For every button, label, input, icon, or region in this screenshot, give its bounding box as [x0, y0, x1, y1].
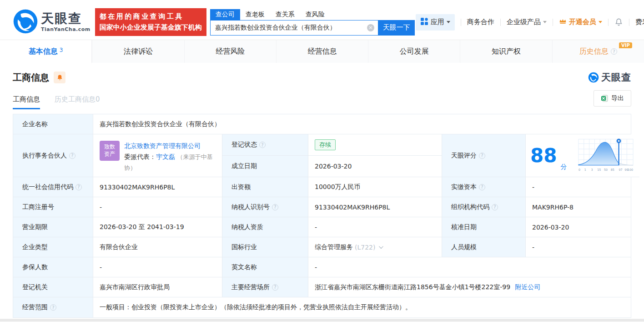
- help-icon[interactable]: [611, 48, 617, 55]
- site-header: 天眼查 TianYanCha.com 都在用的商业查询工具 国家中小企业发展子基…: [0, 0, 644, 40]
- org-code-value: MAK9RH6P-8: [526, 197, 631, 217]
- business-cooperation-link[interactable]: 商务合作: [467, 18, 494, 26]
- svg-text:50: 50: [604, 168, 608, 172]
- reg-number-value: -: [93, 197, 222, 217]
- insured-count-value: -: [93, 257, 222, 277]
- slogan-banner: 都在用的商业查询工具 国家中小企业发展子基金旗下机构: [95, 8, 206, 36]
- apps-grid-icon: [420, 17, 428, 27]
- table-row: 参保人数 - 英文名称 -: [13, 257, 631, 277]
- business-term-value: 2026-03-20 至 2041-03-19: [93, 217, 222, 237]
- search-tab-boss[interactable]: 查老板: [240, 9, 270, 20]
- search-tab-relation[interactable]: 查关系: [270, 9, 300, 20]
- tab-legal-proceedings[interactable]: 法律诉讼: [92, 40, 184, 63]
- registration-status-value: 存续: [308, 134, 442, 156]
- divider: [608, 19, 609, 26]
- enterprise-products-menu[interactable]: 企业级产品: [507, 18, 547, 26]
- score-unit: 分: [560, 163, 567, 171]
- vip-badge: VIP: [619, 42, 632, 48]
- apps-menu[interactable]: 应用: [416, 14, 455, 31]
- tab-basic-info[interactable]: 基本信息 3: [0, 40, 92, 63]
- crown-icon: [559, 18, 567, 26]
- tab-label: 历史信息: [579, 47, 609, 56]
- premises-value: 浙江省嘉兴市南湖区东栅街道南江路1856号基金小镇1号楼222室-99 附近公司: [308, 277, 631, 297]
- chevron-down-icon[interactable]: [379, 244, 383, 249]
- field-label: 纳税人识别号: [222, 197, 308, 217]
- svg-text:1: 1: [584, 168, 586, 172]
- search-button[interactable]: 天眼一下: [378, 20, 415, 36]
- open-vip-menu[interactable]: 开通会员: [559, 18, 602, 26]
- field-label: 核准日期: [442, 217, 526, 237]
- chevron-down-icon: [599, 21, 602, 23]
- company-nav-tabs: 基本信息 3 法律诉讼 经营风险 经营信息 公司发展 知识产权 VIP 历史信息: [0, 40, 644, 63]
- tab-history-info[interactable]: VIP 历史信息: [552, 40, 644, 63]
- taxpayer-id-value: 91330402MAK9RH6P8L: [308, 197, 442, 217]
- tianyancha-swirl-icon: [588, 72, 599, 83]
- field-label: 出资额: [222, 177, 308, 197]
- field-label: 天眼评分: [442, 134, 526, 177]
- search-input[interactable]: [215, 24, 367, 31]
- tab-company-development[interactable]: 公司发展: [368, 40, 460, 63]
- business-scope-value: 一般项目：创业投资（限投资未上市企业）（除依法须经批准的项目外，凭营业执照依法自…: [93, 297, 631, 317]
- divider: [629, 19, 629, 26]
- field-label: 登记机关: [13, 277, 93, 297]
- chevron-down-icon: [543, 21, 547, 23]
- divider: [553, 19, 553, 26]
- reg-authority-value: 嘉兴市南湖区行政审批局: [93, 277, 222, 297]
- search-tab-company[interactable]: 查公司: [210, 9, 240, 20]
- tab-label: 知识产权: [492, 47, 521, 56]
- partner-avatar[interactable]: 致数 资产: [100, 141, 120, 161]
- help-icon[interactable]: [479, 153, 485, 159]
- table-row: 企业名称 嘉兴指若数创业投资合伙企业（有限合伙）: [13, 114, 631, 134]
- tab-operation-risk[interactable]: 经营风险: [184, 40, 276, 63]
- help-icon[interactable]: [69, 153, 75, 159]
- slogan-line2: 国家中小企业发展子基金旗下机构: [100, 22, 202, 33]
- tab-operation-info[interactable]: 经营信息: [276, 40, 368, 63]
- user-menu[interactable]: 费米: [635, 18, 644, 26]
- clear-search-icon[interactable]: [367, 24, 374, 31]
- field-label: 实缴资本: [442, 177, 526, 197]
- svg-text:15: 15: [598, 168, 601, 172]
- section-divider: [0, 319, 644, 322]
- help-icon[interactable]: [50, 304, 56, 311]
- field-label: 成立日期: [222, 156, 308, 177]
- divider: [461, 19, 461, 26]
- divider: [500, 19, 501, 26]
- search-tab-risk[interactable]: 查风险: [300, 9, 330, 20]
- apps-label: 应用: [431, 18, 444, 26]
- svg-text:97: 97: [619, 168, 623, 172]
- help-icon[interactable]: [259, 142, 266, 148]
- svg-text:100: 100: [628, 168, 633, 172]
- tab-intellectual-property[interactable]: 知识产权: [460, 40, 552, 63]
- site-logo[interactable]: 天眼查 TianYanCha.com: [13, 9, 91, 36]
- help-icon[interactable]: [479, 184, 485, 190]
- logo-name: 天眼查: [41, 12, 91, 25]
- help-icon[interactable]: [75, 184, 82, 190]
- nearby-companies-link[interactable]: 附近公司: [515, 283, 540, 291]
- table-row: 工商注册号 - 纳税人识别号 91330402MAK9RH6P8L 组织机构代码…: [13, 197, 631, 217]
- business-info-table: 企业名称 嘉兴指若数创业投资合伙企业（有限合伙） 执行事务合伙人 致数 资产 北…: [13, 114, 631, 318]
- field-label: 执行事务合伙人: [13, 134, 93, 177]
- field-label: 组织机构代码: [442, 197, 526, 217]
- help-icon[interactable]: [492, 204, 498, 210]
- tianyancha-watermark: 天眼查: [588, 71, 631, 84]
- field-label: 参保人数: [13, 257, 93, 277]
- help-icon[interactable]: [272, 284, 278, 291]
- monitor-bell-button[interactable]: [54, 72, 65, 83]
- help-icon[interactable]: [272, 204, 278, 210]
- status-badge: 存续: [315, 139, 336, 150]
- slogan-line1: 都在用的商业查询工具: [100, 11, 202, 22]
- section-title: 工商信息: [13, 72, 49, 84]
- taxpayer-quality-value: -: [308, 217, 442, 237]
- subtab-business-info[interactable]: 工商信息: [13, 95, 40, 109]
- credit-code-value: 91330402MAK9RH6P8L: [93, 177, 222, 197]
- establish-date-value: 2026-03-20: [308, 156, 442, 177]
- partner-company-link[interactable]: 北京致数资产管理有限公司: [124, 142, 201, 149]
- notifications-bell[interactable]: [614, 18, 623, 26]
- table-row: 统一社会信用代码 91330402MAK9RH6P8L 出资额 10000万人民…: [13, 177, 631, 197]
- export-button[interactable]: 导出: [594, 90, 631, 107]
- rep-name-link[interactable]: 宇文磊: [156, 153, 175, 160]
- field-label: 企业类型: [13, 237, 93, 257]
- table-row: 企业类型 有限合伙企业 国标行业 综合管理服务 (L722) 人员规模 -: [13, 237, 631, 257]
- enterprise-products-label: 企业级产品: [507, 18, 541, 26]
- subtab-history-business-info[interactable]: 历史工商信息0: [55, 95, 100, 109]
